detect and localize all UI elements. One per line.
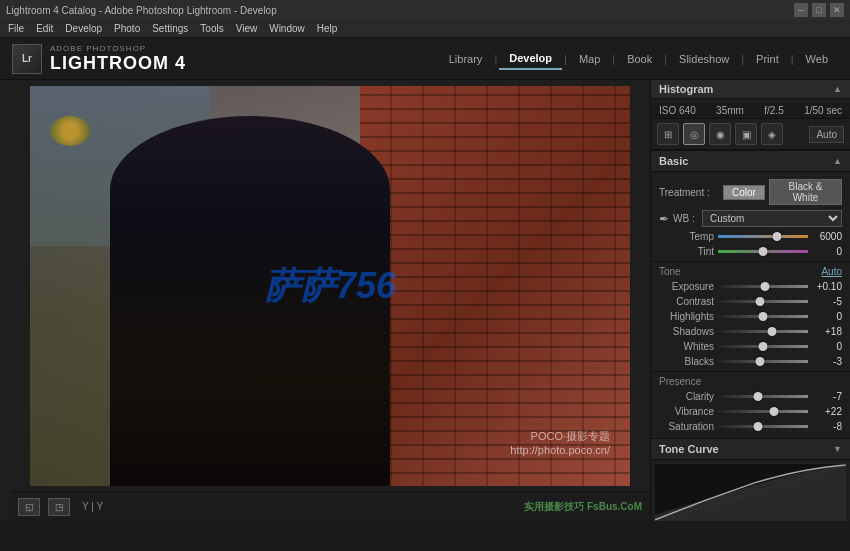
color-button[interactable]: Color bbox=[723, 185, 765, 200]
exposure-thumb[interactable] bbox=[760, 282, 769, 291]
menu-tools[interactable]: Tools bbox=[200, 23, 223, 34]
wb-eyedropper[interactable]: ✒ bbox=[659, 212, 669, 226]
meta-focal: 35mm bbox=[716, 105, 744, 116]
meta-iso: ISO 640 bbox=[659, 105, 696, 116]
main-area: 萨萨756 POCO·摄影专题 http://photo.poco.cn/ ◱ … bbox=[0, 80, 850, 521]
auto-tone-link[interactable]: Auto bbox=[821, 266, 842, 277]
whites-row: Whites 0 bbox=[651, 339, 850, 354]
blacks-label: Blacks bbox=[659, 356, 714, 367]
saturation-slider[interactable] bbox=[718, 425, 808, 428]
logo-lr: LIGHTROOM 4 bbox=[50, 53, 186, 74]
whites-thumb[interactable] bbox=[759, 342, 768, 351]
titlebar: Lightroom 4 Catalog - Adobe Photoshop Li… bbox=[0, 0, 850, 20]
highlights-slider[interactable] bbox=[718, 315, 808, 318]
vibrance-thumb[interactable] bbox=[769, 407, 778, 416]
poco-watermark: POCO·摄影专题 http://photo.poco.cn/ bbox=[510, 429, 610, 456]
tab-develop[interactable]: Develop bbox=[499, 48, 562, 70]
blacks-thumb[interactable] bbox=[756, 357, 765, 366]
auto-button[interactable]: Auto bbox=[809, 126, 844, 143]
view-before-btn[interactable]: ◱ bbox=[18, 498, 40, 516]
basic-panel: Treatment : Color Black & White ✒ WB : C… bbox=[651, 172, 850, 438]
histogram-label: Histogram bbox=[659, 83, 713, 95]
vibrance-row: Vibrance +22 bbox=[651, 404, 850, 419]
photo-area: 萨萨756 POCO·摄影专题 http://photo.poco.cn/ bbox=[10, 80, 650, 491]
tab-web[interactable]: Web bbox=[796, 49, 838, 69]
close-button[interactable]: ✕ bbox=[830, 3, 844, 17]
left-panel bbox=[0, 80, 10, 521]
whites-value: 0 bbox=[812, 341, 842, 352]
menu-window[interactable]: Window bbox=[269, 23, 305, 34]
tint-thumb[interactable] bbox=[759, 247, 768, 256]
bottom-watermark: 实用摄影技巧 FsBus.CoM bbox=[524, 500, 642, 514]
clarity-slider[interactable] bbox=[718, 395, 808, 398]
photo-flowers bbox=[50, 116, 90, 146]
redeye-tool[interactable]: ◉ bbox=[709, 123, 731, 145]
tab-print[interactable]: Print bbox=[746, 49, 789, 69]
shadows-thumb[interactable] bbox=[768, 327, 777, 336]
gradient-tool[interactable]: ▣ bbox=[735, 123, 757, 145]
menu-settings[interactable]: Settings bbox=[152, 23, 188, 34]
presence-label: Presence bbox=[659, 376, 701, 387]
vibrance-slider[interactable] bbox=[718, 410, 808, 413]
tone-curve-svg bbox=[655, 464, 846, 521]
contrast-row: Contrast -5 bbox=[651, 294, 850, 309]
tab-book[interactable]: Book bbox=[617, 49, 662, 69]
tone-curve-header[interactable]: Tone Curve ▼ bbox=[651, 438, 850, 460]
titlebar-title: Lightroom 4 Catalog - Adobe Photoshop Li… bbox=[6, 5, 277, 16]
brush-tool[interactable]: ◈ bbox=[761, 123, 783, 145]
contrast-thumb[interactable] bbox=[756, 297, 765, 306]
logo-adobe: ADOBE PHOTOSHOP bbox=[50, 44, 186, 53]
saturation-thumb[interactable] bbox=[753, 422, 762, 431]
shadows-label: Shadows bbox=[659, 326, 714, 337]
spot-tool[interactable]: ◎ bbox=[683, 123, 705, 145]
vibrance-value: +22 bbox=[812, 406, 842, 417]
presence-label-row: Presence bbox=[651, 374, 850, 389]
tab-map[interactable]: Map bbox=[569, 49, 610, 69]
temp-row: Temp 6000 bbox=[651, 229, 850, 244]
tint-value: 0 bbox=[812, 246, 842, 257]
exposure-slider[interactable] bbox=[718, 285, 808, 288]
highlights-value: 0 bbox=[812, 311, 842, 322]
highlights-thumb[interactable] bbox=[759, 312, 768, 321]
logo: Lr ADOBE PHOTOSHOP LIGHTROOM 4 bbox=[12, 44, 186, 74]
blacks-slider[interactable] bbox=[718, 360, 808, 363]
view-after-btn[interactable]: ◳ bbox=[48, 498, 70, 516]
clarity-label: Clarity bbox=[659, 391, 714, 402]
wb-select[interactable]: Custom As Shot Auto Daylight Cloudy Flas… bbox=[702, 210, 842, 227]
window-controls[interactable]: ─ □ ✕ bbox=[794, 3, 844, 17]
blacks-row: Blacks -3 bbox=[651, 354, 850, 369]
shadows-value: +18 bbox=[812, 326, 842, 337]
tone-curve-arrow: ▼ bbox=[833, 444, 842, 454]
contrast-slider[interactable] bbox=[718, 300, 808, 303]
tone-row: Tone Auto bbox=[651, 264, 850, 279]
menu-view[interactable]: View bbox=[236, 23, 258, 34]
exposure-value: +0.10 bbox=[812, 281, 842, 292]
photo-brick-wall bbox=[360, 86, 630, 486]
menu-edit[interactable]: Edit bbox=[36, 23, 53, 34]
treatment-row: Treatment : Color Black & White bbox=[651, 176, 850, 208]
temp-slider[interactable] bbox=[718, 235, 808, 238]
clarity-value: -7 bbox=[812, 391, 842, 402]
clarity-thumb[interactable] bbox=[753, 392, 762, 401]
divider-tone bbox=[651, 261, 850, 262]
crop-tool[interactable]: ⊞ bbox=[657, 123, 679, 145]
bw-button[interactable]: Black & White bbox=[769, 179, 842, 205]
meta-bar: ISO 640 35mm f/2.5 1/50 sec bbox=[651, 103, 850, 119]
menu-help[interactable]: Help bbox=[317, 23, 338, 34]
tab-slideshow[interactable]: Slideshow bbox=[669, 49, 739, 69]
shadows-slider[interactable] bbox=[718, 330, 808, 333]
maximize-button[interactable]: □ bbox=[812, 3, 826, 17]
menu-develop[interactable]: Develop bbox=[65, 23, 102, 34]
temp-thumb[interactable] bbox=[772, 232, 781, 241]
poco-url: http://photo.poco.cn/ bbox=[510, 444, 610, 456]
menu-file[interactable]: File bbox=[8, 23, 24, 34]
menu-photo[interactable]: Photo bbox=[114, 23, 140, 34]
histogram-arrow[interactable]: ▲ bbox=[833, 84, 842, 94]
tint-slider[interactable] bbox=[718, 250, 808, 253]
tone-curve-label: Tone Curve bbox=[659, 443, 719, 455]
tab-library[interactable]: Library bbox=[439, 49, 493, 69]
whites-slider[interactable] bbox=[718, 345, 808, 348]
basic-section-header[interactable]: Basic ▲ bbox=[651, 150, 850, 172]
clarity-row: Clarity -7 bbox=[651, 389, 850, 404]
minimize-button[interactable]: ─ bbox=[794, 3, 808, 17]
